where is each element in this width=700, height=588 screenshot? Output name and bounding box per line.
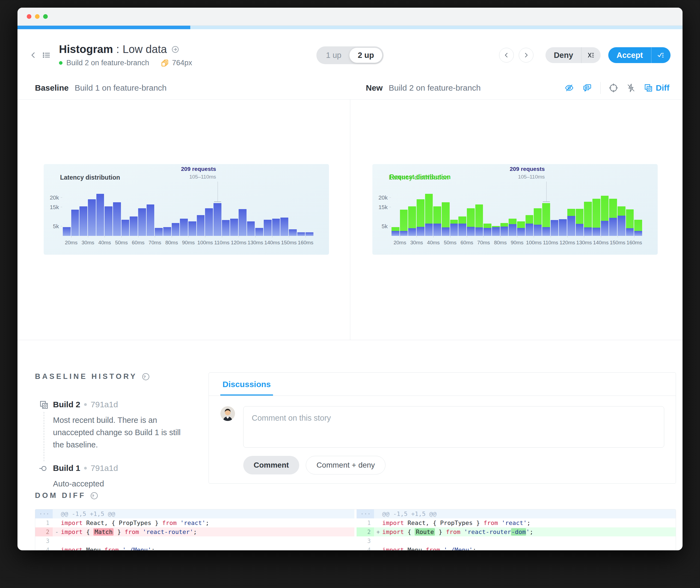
histogram-bar-new-latency [433,224,441,236]
y-axis-label: 5k [382,223,388,230]
x-axis-label: 90ms [182,240,195,246]
x-axis-label: 60ms [132,240,144,246]
histogram-bar-baseline-latency [172,223,180,236]
histogram-bar-new-latency [517,228,525,236]
histogram-bar-baseline-latency [121,220,129,236]
histogram-bar-baseline-latency [155,228,163,236]
x-axis-label: 70ms [477,240,490,246]
window-titlebar[interactable] [17,8,683,26]
histogram-bar-new-latency [609,218,617,236]
accept-button-group: Accept [608,47,671,63]
comment-deny-button[interactable]: Comment + deny [306,456,385,474]
histogram-bar-baseline-latency [264,220,272,236]
x-axis-label: 70ms [149,240,161,246]
histogram-bar-new-latency [601,221,609,236]
tab-discussions[interactable]: Discussions [220,373,273,396]
hide-diff-eye-icon[interactable] [564,83,574,93]
x-axis-label: 40ms [98,240,111,246]
story-header: Histogram : Low data Build 2 on feature-… [29,36,671,74]
histogram-bar-new-latency [500,227,508,236]
histogram-bar-new-latency [584,227,592,236]
svg-text:?: ? [92,493,97,498]
close-window-button[interactable] [27,14,31,19]
diff-line: 2+import { Route } from 'react-router-do… [357,527,676,536]
histogram-bar-baseline-latency [305,232,313,236]
build-progress-fill [17,26,190,29]
histogram-bar-baseline-latency [205,208,213,236]
y-axis-label: 15k [50,204,59,210]
x-axis-label: 80ms [494,240,506,246]
histogram-bar-baseline-latency [88,199,96,236]
baseline-pane-header: Baseline Build 1 on feature-branch [35,79,352,97]
flash-off-icon[interactable] [626,83,636,93]
deny-all-icon[interactable] [581,47,601,63]
build-description: Auto-accepted [53,478,118,490]
x-axis-label: 80ms [165,240,178,246]
diff-line: 1import React, { PropTypes } from 'react… [357,518,676,527]
snapshot-list-icon[interactable] [41,51,51,60]
dom-diff-viewer[interactable]: ···@@ -1,5 +1,5 @@1import React, { PropT… [35,509,676,550]
story-component-name: Histogram [59,43,113,55]
toggle-2up[interactable]: 2 up [349,48,382,63]
comment-button[interactable]: Comment [243,456,299,474]
new-snapshot-chart: Latency distributionRequest distribution… [372,164,658,255]
diff-pane-new: ···@@ -1,5 +1,5 @@1import React, { PropT… [357,509,676,550]
histogram-bar-new-latency [618,216,625,236]
deny-button-group: Deny [545,47,601,63]
diff-line: 3 [357,536,676,545]
help-icon[interactable]: ? [142,373,150,381]
compare-header: Baseline Build 1 on feature-branch New B… [35,79,669,97]
histogram-bar-baseline-latency [113,202,121,236]
histogram-bar-baseline-latency [255,228,263,236]
avatar [220,406,235,421]
y-axis-label: 20k [378,194,388,201]
diff-toggle[interactable]: Diff [644,83,669,93]
x-axis-label: 90ms [511,240,523,246]
histogram-bar-new-latency [534,225,542,236]
x-axis-label: 30ms [82,240,94,246]
baseline-history-section: BASELINE HISTORY ? Build 2791a1dMost rec… [35,372,188,503]
histogram-bar-baseline-latency [96,194,104,236]
comment-input[interactable] [243,406,664,448]
x-axis-label: 50ms [115,240,127,246]
histogram-bar-baseline-latency [79,206,87,236]
build-name[interactable]: Build 1 [53,464,80,473]
histogram-bar-baseline-latency [239,209,247,236]
histogram-bar-new-latency [551,220,559,236]
pixel-zoom-icon[interactable] [609,83,618,93]
commit-node-icon [39,464,49,473]
help-icon[interactable]: ? [90,492,98,500]
histogram-bar-baseline-latency [230,219,238,236]
x-axis-label: 40ms [427,240,440,246]
snapshot-panes: Latency distribution5k15k20k20ms30ms40ms… [17,99,683,340]
page-title: Histogram : Low data [59,43,192,55]
new-build-label: Build 2 on feature-branch [389,83,481,93]
histogram-bar-new-latency [559,219,567,236]
histogram-bar-new-latency [576,224,584,236]
x-axis-label: 20ms [65,240,77,246]
prev-snapshot-button[interactable] [499,48,514,63]
deny-button[interactable]: Deny [545,47,581,63]
comments-icon[interactable] [582,83,592,93]
x-axis-label: 150ms [281,240,296,246]
build-description: Most recent build. There is an unaccepte… [53,414,184,451]
x-axis-label: 120ms [231,240,246,246]
histogram-bar-baseline-latency [130,216,138,236]
back-icon[interactable] [29,51,38,60]
diff-pane-baseline: ···@@ -1,5 +1,5 @@1import React, { PropT… [35,509,354,550]
toggle-1up[interactable]: 1 up [318,48,349,63]
next-snapshot-button[interactable] [519,48,533,63]
build-name[interactable]: Build 2 [53,400,80,409]
histogram-bar-new-latency [475,227,483,236]
zoom-window-button[interactable] [43,14,48,19]
accept-all-icon[interactable] [651,47,671,63]
new-label: New [366,83,383,93]
minimize-window-button[interactable] [35,14,40,19]
x-axis-label: 60ms [461,240,473,246]
baseline-build-label: Build 1 on feature-branch [75,83,167,93]
histogram-bar-new-latency [567,216,575,236]
goto-story-icon[interactable] [171,45,179,54]
histogram-bar-baseline-latency [289,229,297,236]
accept-button[interactable]: Accept [608,47,651,63]
dom-diff-heading: DOM DIFF [35,491,86,500]
